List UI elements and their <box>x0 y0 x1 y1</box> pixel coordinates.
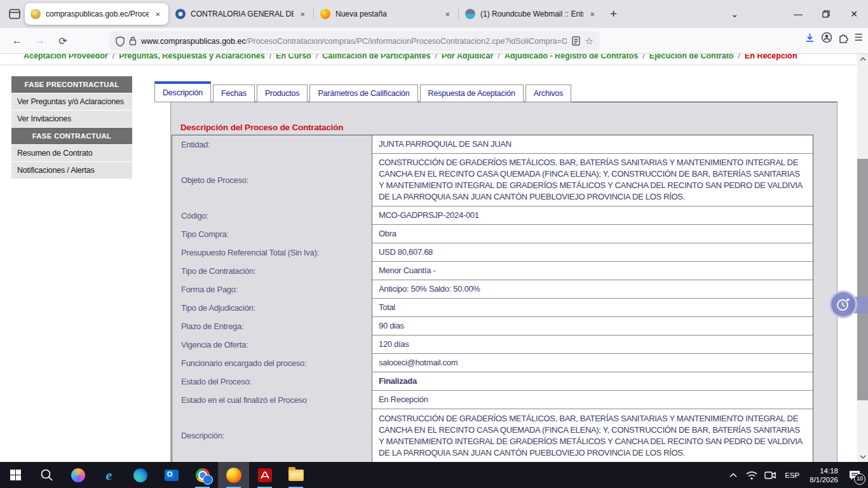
tab-fechas[interactable]: Fechas <box>213 85 255 102</box>
scroll-up-icon[interactable] <box>857 54 868 64</box>
breadcrumb-item[interactable]: En Curso <box>276 54 311 60</box>
bookmark-star-icon[interactable]: ☆ <box>585 36 593 47</box>
tab-close-icon[interactable]: × <box>442 9 452 20</box>
navbar-end-icons: ☰ <box>804 32 863 43</box>
meet-now-icon[interactable] <box>763 466 777 485</box>
table-row-entidad: Entidad: JUNTA PARROQUIAL DE SAN JUAN <box>172 135 813 154</box>
forward-icon[interactable]: → <box>31 32 50 50</box>
row-label: Forma de Pago: <box>172 280 372 299</box>
list-all-tabs-icon[interactable]: ⌄ <box>721 0 749 28</box>
restore-button[interactable] <box>812 0 840 28</box>
sidebar-item-resumen-contrato[interactable]: Resumen de Contrato <box>11 145 132 161</box>
close-window-button[interactable]: ✕ <box>840 0 868 28</box>
taskbar-search-button[interactable] <box>31 462 62 488</box>
breadcrumb-separator: / <box>269 54 271 60</box>
tab-archivos[interactable]: Archivos <box>526 85 571 102</box>
tab-close-icon[interactable]: × <box>587 9 597 20</box>
taskbar-clock[interactable]: 14:18 8/1/2026 <box>807 466 841 484</box>
file-explorer-icon <box>288 470 304 481</box>
row-value: Anticipo: 50% Saldo: 50.00% <box>372 280 813 299</box>
browser-tab-contraloria[interactable]: CONTRALORIA GENERAL DEL ES × <box>170 3 313 25</box>
breadcrumb-item[interactable]: Aceptación Proveedor <box>24 54 108 60</box>
taskbar-ie-button[interactable]: e <box>93 462 125 488</box>
tab-close-icon[interactable]: × <box>297 9 308 20</box>
clock-flame-icon[interactable] <box>829 290 857 318</box>
table-row-tipo-contratacion: Tipo de Contratación: Menor Cuantía - <box>172 262 813 280</box>
table-row-funcionario: Funcionario encargado del proceso: saloc… <box>172 354 813 372</box>
tab-separator <box>458 8 459 20</box>
sidebar-item-ver-preguntas[interactable]: Ver Preguntas y/ó Aclaraciones <box>11 93 132 110</box>
reader-mode-icon[interactable] <box>572 36 580 46</box>
sidebar-item-notificaciones[interactable]: Notificaciones / Alertas <box>11 162 132 179</box>
row-value: Finalizada <box>372 372 813 391</box>
taskbar-explorer-button[interactable] <box>280 462 311 488</box>
url-text: www.compraspublicas.gob.ec/ProcesoContra… <box>141 37 567 46</box>
table-row-tipo-adjudicacion: Tipo de Adjudicación: Total <box>172 299 813 317</box>
minimize-button[interactable]: — <box>784 0 812 28</box>
menu-icon[interactable]: ☰ <box>855 32 863 43</box>
floating-timer-widget[interactable] <box>829 290 868 320</box>
row-label: Estado del Proceso: <box>172 372 372 391</box>
browser-tab-nueva-pestana[interactable]: Nueva pestaña × <box>315 3 458 25</box>
breadcrumb-item[interactable]: Calificación de Participantes <box>322 54 430 60</box>
tab-separator <box>313 8 314 20</box>
vertical-scrollbar[interactable] <box>857 54 868 462</box>
process-info-table: Entidad: JUNTA PARROQUIAL DE SAN JUAN Ob… <box>172 135 813 463</box>
taskbar-acrobat-button[interactable] <box>249 462 280 488</box>
start-button[interactable] <box>0 462 31 488</box>
taskbar-chrome-button[interactable] <box>187 462 218 488</box>
tray-chevron-up-icon[interactable] <box>726 466 740 485</box>
taskbar-time: 14:18 <box>810 466 838 475</box>
row-value: 120 días <box>372 336 813 354</box>
breadcrumb-item[interactable]: Por Adjudicar <box>442 54 494 60</box>
row-label: Entidad: <box>172 135 372 154</box>
row-label: Objeto de Proceso: <box>172 154 372 207</box>
tab-productos[interactable]: Productos <box>257 85 308 102</box>
tab-respuesta-aceptacion[interactable]: Respuesta de Aceptación <box>420 85 524 102</box>
firefox-icon <box>226 468 241 483</box>
tab-parametros-calificacion[interactable]: Parámetros de Calificación <box>309 85 417 102</box>
tab-close-icon[interactable]: × <box>153 9 163 20</box>
taskbar-outlook-button[interactable] <box>156 462 187 488</box>
scroll-down-icon[interactable] <box>857 452 868 462</box>
extensions-icon[interactable] <box>838 32 849 43</box>
firefox-view-icon[interactable] <box>5 5 24 23</box>
downloads-icon[interactable] <box>804 32 815 43</box>
row-value: Total <box>372 299 813 317</box>
account-icon[interactable] <box>821 32 832 43</box>
new-tab-button[interactable]: + <box>604 6 623 22</box>
breadcrumb-item[interactable]: Adjudicado - Registro de Contratos <box>505 54 638 60</box>
tab-descripcion[interactable]: Descripción <box>154 81 211 102</box>
taskbar-date: 8/1/2026 <box>810 475 838 484</box>
breadcrumb-item[interactable]: Ejecución de Contrato <box>649 54 734 60</box>
table-row-vigencia-oferta: Vigencia de Oferta: 120 días <box>172 336 813 354</box>
sidebar-item-ver-invitaciones[interactable]: Ver Invitaciones <box>11 111 132 127</box>
taskbar-edge-button[interactable] <box>125 462 156 488</box>
row-label: Tipo de Adjudicación: <box>172 299 372 317</box>
refresh-icon[interactable]: ⟳ <box>53 32 72 50</box>
browser-tab-strip: compraspublicas.gob.ec/Proces × CONTRALO… <box>0 0 868 28</box>
breadcrumb: Aceptación Proveedor/Preguntas, Respuest… <box>0 54 857 65</box>
taskbar-copilot-button[interactable] <box>62 462 93 488</box>
tracking-shield-icon[interactable] <box>116 36 125 46</box>
row-value: JUNTA PARROQUIAL DE SAN JUAN <box>372 135 813 154</box>
tab-title: compraspublicas.gob.ec/Proces <box>46 10 149 18</box>
browser-tab-compraspublicas[interactable]: compraspublicas.gob.ec/Proces × <box>25 3 168 25</box>
url-bar[interactable]: www.compraspublicas.gob.ec/ProcesoContra… <box>109 31 600 51</box>
scrollbar-thumb[interactable] <box>857 159 868 400</box>
chrome-profile-badge <box>203 475 213 485</box>
tab-title: CONTRALORIA GENERAL DEL ES <box>191 10 294 18</box>
back-icon[interactable]: ← <box>8 32 27 50</box>
wifi-icon[interactable] <box>745 466 759 485</box>
row-label: Tipo Compra: <box>172 225 372 243</box>
table-row-descripcion: Descripción: CONSTRUCCIÓN DE GRADERÍOS M… <box>172 409 813 462</box>
breadcrumb-item[interactable]: Preguntas, Respuestas y Aclaraciones <box>119 54 265 60</box>
notification-center-button[interactable]: 10 <box>845 466 864 485</box>
lock-icon[interactable] <box>129 36 137 46</box>
table-row-presupuesto: Presupuesto Referencial Total (Sin Iva):… <box>172 243 813 262</box>
browser-tab-roundcube[interactable]: (1) Roundcube Webmail :: Entra × <box>459 3 603 25</box>
language-indicator[interactable]: ESP <box>782 471 803 479</box>
edge-icon <box>133 468 147 482</box>
row-value: 90 dias <box>372 317 813 336</box>
taskbar-firefox-button[interactable] <box>218 462 249 488</box>
